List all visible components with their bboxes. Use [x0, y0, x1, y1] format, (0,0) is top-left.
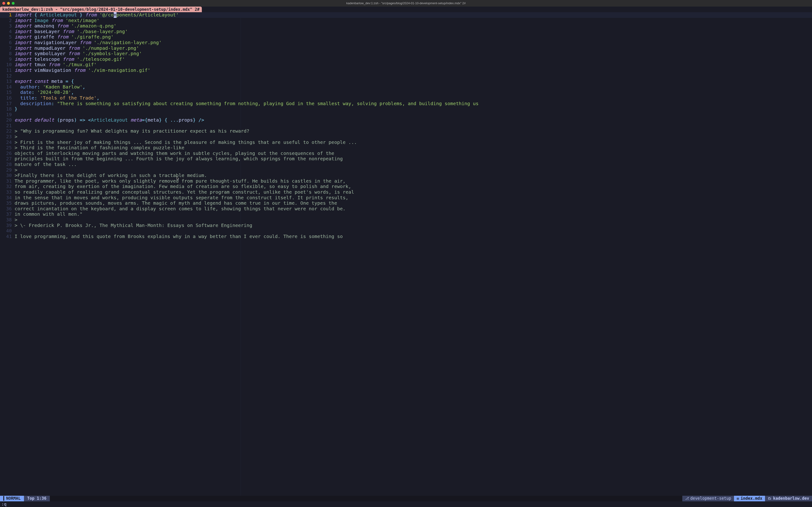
code-content: import vimNavigation from './vim-navigat…: [14, 68, 812, 73]
line-number: 16: [0, 95, 14, 101]
code-line[interactable]: 3import amazonq from './amazon-q.png': [0, 23, 812, 29]
buffer-inactive-name: kadenbarlow.dev: [773, 496, 809, 501]
code-line[interactable]: 1import { ArticleLayout } from '@/compon…: [0, 12, 812, 18]
code-line[interactable]: 25> Third is the fascination of fashioni…: [0, 145, 812, 151]
code-content: [14, 123, 812, 129]
close-icon[interactable]: [2, 2, 5, 5]
code-content: principles built in from the beginning .…: [14, 156, 812, 162]
code-line[interactable]: 15 date: '2024-08-28',: [0, 90, 812, 95]
code-line[interactable]: 41I love programming, and this quote fro…: [0, 234, 812, 239]
line-number: 26: [0, 151, 14, 156]
code-line[interactable]: 38>: [0, 217, 812, 223]
code-line[interactable]: 16 title: 'Tools of the Trade',: [0, 95, 812, 101]
code-line[interactable]: 12: [0, 73, 812, 79]
tmux-status-bar: kadenbarlow_dev:1:zsh - "src/pages/blog/…: [0, 7, 812, 12]
code-content: >Finally there is the delight of working…: [14, 173, 812, 178]
code-content: The programmer, like the poet, works onl…: [14, 178, 812, 184]
code-content: import amazonq from './amazon-q.png': [14, 23, 812, 29]
cursor-position: Top 1:36: [24, 496, 50, 501]
code-line[interactable]: 18}: [0, 106, 812, 112]
line-number: 39: [0, 223, 14, 228]
code-content: import symbolLayer from './symbols-layer…: [14, 51, 812, 57]
code-line[interactable]: 7import numpadLayer from './numpad-layer…: [0, 46, 812, 51]
code-line[interactable]: 5import giraffe from './giraffe.png': [0, 34, 812, 40]
code-line[interactable]: 8import symbolLayer from './symbols-laye…: [0, 51, 812, 57]
code-line[interactable]: 11import vimNavigation from './vim-navig…: [0, 68, 812, 73]
git-branch: ⎇ development-setup: [682, 496, 734, 501]
code-content: > "Why is programming fun? What delights…: [14, 128, 812, 134]
line-number: 17: [0, 101, 14, 107]
command-line[interactable]: :q: [0, 501, 812, 507]
code-line[interactable]: 28nature of the task ...: [0, 162, 812, 167]
tmux-active-window[interactable]: kadenbarlow_dev:1:zsh - "src/pages/blog/…: [0, 7, 202, 12]
code-line[interactable]: 14 author: 'Kaden Barlow',: [0, 84, 812, 90]
code-content: draws pictures, produces sounds, moves a…: [14, 201, 812, 206]
code-line[interactable]: 32from air, creating by exertion of the …: [0, 184, 812, 189]
code-line[interactable]: 22> "Why is programming fun? What deligh…: [0, 128, 812, 134]
code-content: I love programming, and this quote from …: [14, 234, 812, 239]
line-number: 23: [0, 134, 14, 139]
code-content: > \- Frederick P. Brooks Jr., The Mythic…: [14, 223, 812, 228]
line-number: 4: [0, 29, 14, 35]
code-content: date: '2024-08-28',: [14, 90, 812, 95]
code-line[interactable]: 31The programmer, like the poet, works o…: [0, 178, 812, 184]
code-line[interactable]: 20export default (props) => <ArticleLayo…: [0, 117, 812, 123]
vertical-split-divider: [241, 12, 241, 496]
code-content: description: "There is something so sati…: [14, 101, 812, 107]
minimize-icon[interactable]: [7, 2, 10, 5]
line-number: 8: [0, 51, 14, 57]
git-branch-icon: ⎇: [685, 496, 689, 501]
code-line[interactable]: 9import telescope from './telescope.gif': [0, 57, 812, 62]
code-line[interactable]: 37in common with all men.": [0, 212, 812, 217]
code-line[interactable]: 13export const meta = {: [0, 78, 812, 84]
code-line[interactable]: 27principles built in from the beginning…: [0, 156, 812, 162]
code-line[interactable]: 23>: [0, 134, 812, 139]
buffer-inactive[interactable]: 🗀 kadenbarlow.dev: [765, 496, 812, 501]
code-line[interactable]: 21: [0, 123, 812, 129]
code-editor[interactable]: 1import { ArticleLayout } from '@/compon…: [0, 12, 812, 496]
code-content: title: 'Tools of the Trade',: [14, 95, 812, 101]
code-content: nature of the task ...: [14, 162, 812, 167]
buffer-active[interactable]: ▤ index.mdx: [734, 496, 765, 501]
code-content: import navigationLayer from './navigatio…: [14, 40, 812, 46]
status-line: NORMAL Top 1:36 ⎇ development-setup ▤ in…: [0, 496, 812, 501]
code-line[interactable]: 40: [0, 228, 812, 234]
code-line[interactable]: 33so readily capable of realizing grand …: [0, 189, 812, 195]
buffer-active-name: index.mdx: [741, 496, 762, 501]
code-content: objects of interlocking moving parts and…: [14, 151, 812, 156]
line-number: 40: [0, 228, 14, 234]
line-number: 6: [0, 40, 14, 46]
line-number: 36: [0, 206, 14, 212]
code-line[interactable]: 36correct incantation on the keyboard, a…: [0, 206, 812, 212]
code-line[interactable]: 2import Image from 'next/image': [0, 18, 812, 23]
code-line[interactable]: 34in the sense that in moves and works, …: [0, 195, 812, 201]
code-line[interactable]: 17 description: "There is something so s…: [0, 101, 812, 107]
line-number: 12: [0, 73, 14, 79]
code-line[interactable]: 26objects of interlocking moving parts a…: [0, 151, 812, 156]
code-line[interactable]: 39> \- Frederick P. Brooks Jr., The Myth…: [0, 223, 812, 228]
git-branch-name: development-setup: [690, 496, 731, 501]
code-content: import baseLayer from './base-layer.png': [14, 29, 812, 35]
code-line[interactable]: 4import baseLayer from './base-layer.png…: [0, 29, 812, 35]
line-number: 22: [0, 128, 14, 134]
line-number: 21: [0, 123, 14, 129]
code-content: import { ArticleLayout } from '@/compone…: [14, 12, 812, 18]
code-content: >: [14, 217, 812, 223]
code-content: so readily capable of realizing grand co…: [14, 189, 812, 195]
code-content: in common with all men.": [14, 212, 812, 217]
code-line[interactable]: 30>Finally there is the delight of worki…: [0, 173, 812, 178]
code-line[interactable]: 24> First is the sheer joy of making thi…: [0, 139, 812, 145]
code-content: export default (props) => <ArticleLayout…: [14, 117, 812, 123]
maximize-icon[interactable]: [12, 2, 14, 5]
traffic-lights: [2, 2, 14, 5]
line-number: 13: [0, 78, 14, 84]
code-line[interactable]: 29>: [0, 167, 812, 173]
code-line[interactable]: 6import navigationLayer from './navigati…: [0, 40, 812, 46]
code-line[interactable]: 35draws pictures, produces sounds, moves…: [0, 201, 812, 206]
code-line[interactable]: 19: [0, 112, 812, 118]
code-line[interactable]: 10import tmux from './tmux.gif': [0, 62, 812, 68]
code-content: > Third is the fascination of fashioning…: [14, 145, 812, 151]
code-content: import giraffe from './giraffe.png': [14, 34, 812, 40]
code-content: import telescope from './telescope.gif': [14, 57, 812, 62]
code-content: >: [14, 167, 812, 173]
